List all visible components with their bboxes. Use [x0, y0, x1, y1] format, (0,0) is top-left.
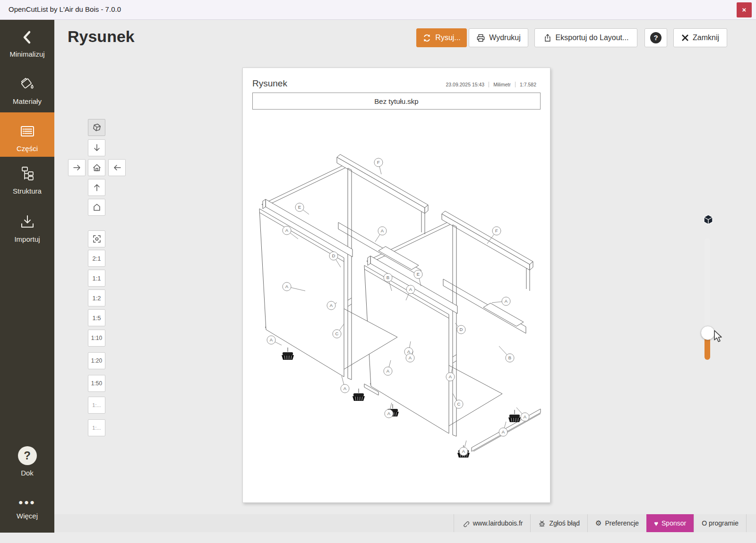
footer-report-bug[interactable]: Zgłoś błąd — [530, 514, 587, 532]
sidebar-item-label: Materiały — [0, 97, 54, 105]
export-layout-button[interactable]: Eksportuj do Layout... — [534, 28, 637, 47]
svg-text:A: A — [524, 414, 527, 419]
sidebar-item-label: Minimalizuj — [0, 50, 54, 58]
scale-1-10-button[interactable]: 1:10 — [88, 330, 105, 347]
cube-icon — [92, 123, 102, 132]
sidebar-item-structure[interactable]: Struktura — [0, 165, 54, 195]
drawing-sheet: FEAADAACAAFBEAADAABAACAAAA Rysunek 23.09… — [242, 68, 550, 503]
svg-text:A: A — [330, 303, 333, 308]
scale-2-1-button[interactable]: 2:1 — [88, 250, 105, 267]
footer-preferences[interactable]: ⚙ Preferencje — [587, 514, 646, 532]
svg-text:A: A — [449, 374, 452, 379]
svg-text:E: E — [417, 272, 420, 277]
svg-text:A: A — [270, 337, 273, 342]
sheet-timestamp: 23.09.2025 15:43 — [441, 82, 489, 87]
svg-text:A: A — [505, 298, 508, 304]
status-bar: www.lairdubois.fr Zgłoś błąd ⚙ Preferenc… — [54, 514, 756, 532]
part-label-A: A — [499, 422, 507, 436]
scale-1-5-button[interactable]: 1:5 — [88, 309, 105, 326]
zoom-fit-button[interactable] — [88, 230, 105, 247]
sidebar-item-more[interactable]: ••• Więcej — [0, 498, 54, 520]
svg-text:B: B — [387, 275, 389, 280]
sidebar-item-docs[interactable]: ? Dok — [0, 446, 54, 477]
printer-icon — [476, 34, 485, 42]
sidebar-item-label: Dok — [0, 469, 54, 477]
close-panel-button[interactable]: Zamknij — [673, 28, 727, 47]
view-right-button[interactable] — [68, 159, 86, 176]
print-button[interactable]: Wydrukuj — [469, 28, 528, 47]
home-icon — [92, 163, 102, 172]
svg-text:A: A — [285, 284, 289, 289]
sheet-filename: Bez tytułu.skp — [252, 93, 541, 110]
part-label-E: E — [295, 203, 309, 214]
scale-1-50-button[interactable]: 1:50 — [88, 375, 105, 392]
svg-text:A: A — [387, 411, 391, 416]
svg-text:C: C — [335, 331, 339, 336]
leveling-foot — [352, 389, 365, 401]
footer-sponsor[interactable]: ♥ Sponsor — [646, 514, 694, 532]
draw-button[interactable]: Rysuj... — [416, 28, 467, 47]
gear-icon: ⚙ — [595, 519, 601, 527]
help-icon: ? — [650, 32, 662, 43]
window-titlebar: OpenCutList by L'Air du Bois - 7.0.0 × — [0, 0, 756, 20]
svg-text:F: F — [377, 160, 380, 165]
sidebar-item-label: Importuj — [0, 235, 54, 243]
cabinet-drawing: FEAADAACAAFBEAADAABAACAAAA — [243, 68, 551, 503]
sheet-header: Rysunek 23.09.2025 15:43Milimetr1:7.582 — [252, 77, 541, 90]
import-icon — [0, 213, 54, 232]
sheet-unit: Milimetr — [489, 82, 515, 87]
svg-text:A: A — [462, 449, 465, 454]
part-label-A: A — [492, 297, 510, 305]
part-label-A: A — [385, 403, 393, 418]
heart-icon: ♥ — [654, 519, 658, 527]
svg-text:A: A — [409, 287, 412, 292]
view-cube-icon[interactable] — [702, 213, 714, 228]
scale-1-20-button[interactable]: 1:20 — [88, 352, 105, 369]
view-up-button[interactable] — [88, 179, 105, 196]
header-buttons: Rysuj... Wydrukuj Eksportuj do Layout...… — [416, 28, 728, 47]
link-icon — [462, 519, 470, 527]
close-icon — [681, 34, 689, 42]
refresh-icon — [422, 34, 431, 42]
part-label-B: B — [499, 346, 514, 362]
ellipsis-icon: ••• — [0, 498, 54, 507]
sheet-meta: 23.09.2025 15:43Milimetr1:7.582 — [441, 82, 541, 87]
fit-view-icon — [92, 234, 102, 244]
svg-text:A: A — [381, 228, 384, 233]
svg-text:C: C — [457, 401, 461, 407]
view-front-button[interactable] — [88, 199, 105, 216]
part-label-F: F — [374, 158, 383, 174]
view-left-button[interactable] — [108, 159, 126, 176]
svg-text:A: A — [409, 355, 412, 360]
view-down-button[interactable] — [88, 139, 105, 156]
view-iso-button[interactable] — [88, 119, 105, 136]
zoom-slider-fill — [704, 338, 710, 360]
scale-custom-button[interactable]: 1:... — [88, 397, 105, 414]
sidebar-item-minimize[interactable]: Minimalizuj — [0, 29, 54, 58]
window-close-button[interactable]: × — [737, 2, 752, 17]
svg-text:A: A — [344, 386, 347, 391]
sheet-title: Rysunek — [252, 78, 287, 89]
sidebar-item-materials[interactable]: Materiały — [0, 76, 54, 105]
scale-1-2-button[interactable]: 1:2 — [88, 289, 105, 306]
scale-custom-2-button[interactable]: 1:... — [88, 419, 105, 436]
sidebar-item-parts[interactable]: Części — [0, 112, 54, 157]
svg-text:A: A — [502, 429, 505, 434]
house-outline-icon — [92, 203, 102, 212]
svg-text:F: F — [495, 228, 498, 233]
help-button[interactable]: ? — [644, 28, 667, 47]
sidebar: Minimalizuj Materiały Części — [0, 20, 54, 533]
footer-website-link[interactable]: www.lairdubois.fr — [454, 514, 531, 532]
view-home-button[interactable] — [88, 159, 105, 176]
svg-text:E: E — [298, 204, 301, 210]
sidebar-item-label: Części — [0, 144, 54, 153]
question-icon: ? — [18, 446, 37, 465]
footer-about[interactable]: O programie — [694, 514, 747, 532]
part-label-A: A — [459, 441, 468, 456]
leveling-foot — [282, 348, 294, 360]
sheet-scale: 1:7.582 — [515, 82, 541, 87]
sidebar-item-import[interactable]: Importuj — [0, 213, 54, 243]
svg-text:D: D — [332, 253, 335, 258]
leveling-foot — [508, 410, 521, 422]
scale-1-1-button[interactable]: 1:1 — [88, 270, 105, 287]
